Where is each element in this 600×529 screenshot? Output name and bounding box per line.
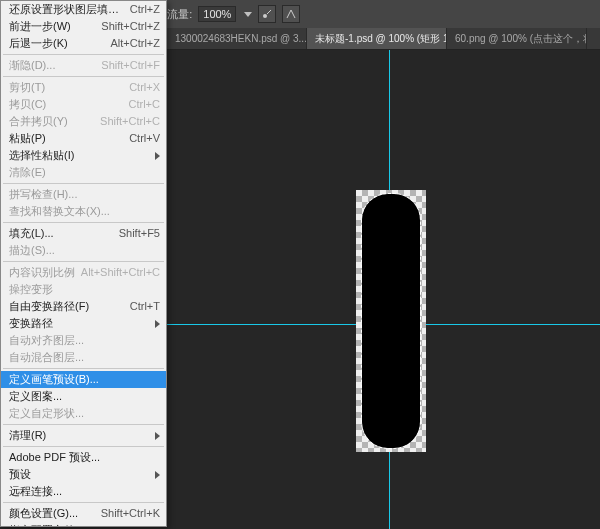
menu-copy: 拷贝(C)Ctrl+C [1,96,166,113]
menu-spellcheck: 拼写检查(H)... [1,186,166,203]
menu-remote[interactable]: 远程连接... [1,483,166,500]
menu-separator [3,502,164,503]
tab-doc-3[interactable]: 60.png @ 100% (点击这个，将 选区转 [447,28,587,49]
menu-separator [3,183,164,184]
menu-separator [3,368,164,369]
menu-step-backward[interactable]: 后退一步(K)Alt+Ctrl+Z [1,35,166,52]
menu-copy-merged: 合并拷贝(Y)Shift+Ctrl+C [1,113,166,130]
menu-separator [3,222,164,223]
menu-fade: 渐隐(D)...Shift+Ctrl+F [1,57,166,74]
menu-purge[interactable]: 清理(R) [1,427,166,444]
menu-separator [3,54,164,55]
chevron-right-icon [155,432,160,440]
menu-fill[interactable]: 填充(L)...Shift+F5 [1,225,166,242]
menu-find-replace: 查找和替换文本(X)... [1,203,166,220]
menu-free-transform[interactable]: 自由变换路径(F)Ctrl+T [1,298,166,315]
shape-bounds [356,190,426,452]
menu-puppet-warp: 操控变形 [1,281,166,298]
tab-doc-2[interactable]: 未标题-1.psd @ 100% (矩形 1, RGB/...× [307,28,447,49]
menu-stroke: 描边(S)... [1,242,166,259]
tab-doc-1[interactable]: 1300024683HEKN.psd @ 3...× [167,28,307,49]
menu-auto-blend: 自动混合图层... [1,349,166,366]
menu-paste-special[interactable]: 选择性粘贴(I) [1,147,166,164]
menu-content-aware-scale: 内容识别比例Alt+Shift+Ctrl+C [1,264,166,281]
menu-separator [3,446,164,447]
flow-label: 流量: [167,7,192,22]
menu-step-forward[interactable]: 前进一步(W)Shift+Ctrl+Z [1,18,166,35]
menu-presets[interactable]: 预设 [1,466,166,483]
menu-auto-align: 自动对齐图层... [1,332,166,349]
menu-define-pattern[interactable]: 定义图案... [1,388,166,405]
chevron-right-icon [155,471,160,479]
menu-paste[interactable]: 粘贴(P)Ctrl+V [1,130,166,147]
selection-marquee [361,193,421,449]
menu-separator [3,424,164,425]
menu-clear: 清除(E) [1,164,166,181]
menu-separator [3,76,164,77]
menu-cut: 剪切(T)Ctrl+X [1,79,166,96]
menu-define-shape: 定义自定形状... [1,405,166,422]
menu-color-settings[interactable]: 颜色设置(G)...Shift+Ctrl+K [1,505,166,522]
menu-separator [3,261,164,262]
chevron-right-icon [155,152,160,160]
menu-assign-profile[interactable]: 指定配置文件... [1,522,166,527]
flow-value[interactable]: 100% [198,6,236,22]
menu-undo[interactable]: 还原设置形状图层填充(O)Ctrl+Z [1,1,166,18]
chevron-right-icon [155,320,160,328]
pressure-size-icon[interactable] [282,5,300,23]
menu-pdf-presets[interactable]: Adobe PDF 预设... [1,449,166,466]
edit-menu: 还原设置形状图层填充(O)Ctrl+Z 前进一步(W)Shift+Ctrl+Z … [0,0,167,527]
flow-dropdown-icon[interactable] [244,12,252,17]
menu-transform[interactable]: 变换路径 [1,315,166,332]
svg-point-0 [263,14,267,18]
airbrush-icon[interactable] [258,5,276,23]
menu-define-brush[interactable]: 定义画笔预设(B)... [1,371,166,388]
